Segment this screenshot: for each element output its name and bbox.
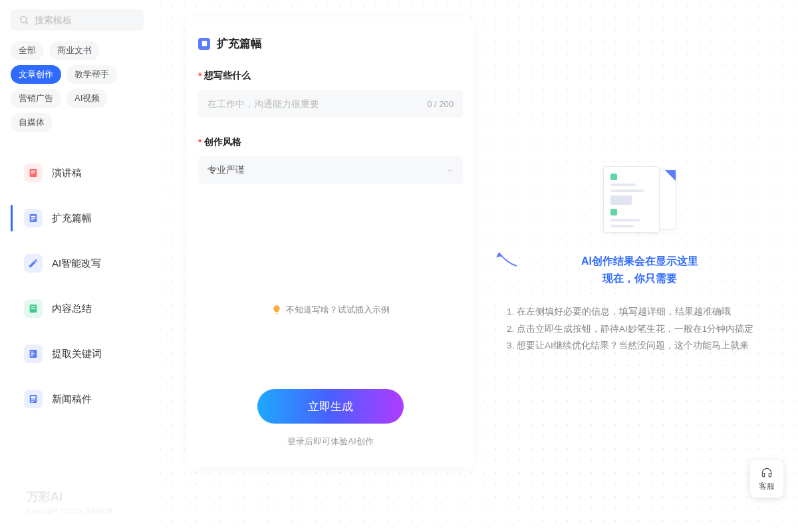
svg-rect-10 <box>31 307 36 307</box>
svg-rect-15 <box>31 355 33 356</box>
style-select[interactable]: 专业严谨 <box>198 156 463 184</box>
content-label: *想写些什么 <box>198 70 463 82</box>
svg-rect-4 <box>31 172 35 173</box>
form-panel: 扩充篇幅 *想写些什么 0 / 200 *创作风格 专业严谨 不知道写啥？试试插… <box>188 17 473 467</box>
result-placeholder: AI创作结果会在显示这里 现在，你只需要 1. 在左侧填好必要的信息，填写越详细… <box>500 166 779 354</box>
filter-tag-marketing[interactable]: 营销广告 <box>11 89 61 108</box>
svg-rect-6 <box>31 216 36 217</box>
chevron-down-icon <box>446 166 454 174</box>
keywords-icon <box>24 344 43 363</box>
svg-rect-14 <box>31 353 35 354</box>
result-step-3: 3. 想要让AI继续优化结果？当然没问题，这个功能马上就来 <box>507 337 779 354</box>
template-expand[interactable]: 扩充篇幅 <box>11 209 144 227</box>
pencil-icon <box>24 254 43 273</box>
svg-rect-18 <box>31 400 36 400</box>
result-step-2: 2. 点击立即生成按钮，静待AI妙笔生花，一般在1分钟内搞定 <box>507 321 779 338</box>
result-steps: 1. 在左侧填好必要的信息，填写越详细，结果越准确哦 2. 点击立即生成按钮，静… <box>500 303 779 354</box>
filter-tag-media[interactable]: 自媒体 <box>11 113 53 132</box>
expand-icon <box>24 209 43 227</box>
form-group-content: *想写些什么 0 / 200 <box>198 70 463 118</box>
filter-tag-article[interactable]: 文章创作 <box>11 65 61 84</box>
form-group-style: *创作风格 专业严谨 <box>198 136 463 184</box>
template-label: 内容总结 <box>52 303 92 315</box>
filter-tag-all[interactable]: 全部 <box>11 41 44 60</box>
svg-rect-11 <box>31 308 36 309</box>
footer-brand: 万彩AI Copyright ©2023 万彩信息 <box>27 489 113 516</box>
search-icon <box>19 15 29 25</box>
panel-title-icon <box>198 38 210 50</box>
panel-title: 扩充篇幅 <box>198 36 463 51</box>
filter-tags: 全部 商业文书 文章创作 教学帮手 营销广告 AI视频 自媒体 <box>11 41 144 132</box>
template-label: 提取关键词 <box>52 348 102 360</box>
generate-button[interactable]: 立即生成 <box>257 389 404 424</box>
style-label: *创作风格 <box>198 136 463 148</box>
svg-rect-3 <box>31 171 36 172</box>
result-step-1: 1. 在左侧填好必要的信息，填写越详细，结果越准确哦 <box>507 303 779 321</box>
template-summary[interactable]: 内容总结 <box>11 299 144 318</box>
svg-rect-17 <box>31 396 36 398</box>
template-speech[interactable]: 演讲稿 <box>11 164 144 182</box>
speech-icon <box>24 164 43 182</box>
svg-rect-20 <box>201 41 206 46</box>
result-title-2: 现在，你只需要 <box>500 270 779 287</box>
brand-text: 万彩AI <box>27 489 113 505</box>
content-input-wrap[interactable]: 0 / 200 <box>198 90 463 118</box>
svg-rect-19 <box>31 401 34 402</box>
hint-text: 不知道写啥？试试插入示例 <box>286 304 390 316</box>
template-label: 新闻稿件 <box>52 393 92 406</box>
svg-rect-8 <box>31 219 34 220</box>
template-label: AI智能改写 <box>52 257 101 270</box>
result-title-1: AI创作结果会在显示这里 <box>500 253 779 270</box>
template-rewrite[interactable]: AI智能改写 <box>11 254 144 273</box>
char-count: 0 / 200 <box>427 99 454 109</box>
template-keywords[interactable]: 提取关键词 <box>11 344 144 363</box>
template-label: 演讲稿 <box>52 167 82 180</box>
style-value: 专业严谨 <box>207 164 245 176</box>
customer-service-button[interactable]: 客服 <box>750 460 783 497</box>
lightbulb-icon <box>271 305 282 315</box>
search-input[interactable] <box>35 15 136 25</box>
headset-icon <box>760 466 773 479</box>
template-list: 演讲稿 扩充篇幅 AI智能改写 内容总结 提取关键词 新闻稿件 <box>11 164 144 408</box>
copyright-text: Copyright ©2023 万彩信息 <box>27 506 113 516</box>
search-box[interactable] <box>11 9 144 31</box>
arrow-icon <box>493 249 520 269</box>
summary-icon <box>24 299 43 318</box>
login-tip: 登录后即可体验AI创作 <box>198 436 463 448</box>
filter-tag-video[interactable]: AI视频 <box>66 89 108 108</box>
content-input[interactable] <box>207 98 392 109</box>
panel-title-text: 扩充篇幅 <box>217 36 262 51</box>
template-label: 扩充篇幅 <box>52 212 92 225</box>
service-label: 客服 <box>759 481 775 492</box>
main-area: 扩充篇幅 *想写些什么 0 / 200 *创作风格 专业严谨 不知道写啥？试试插… <box>154 0 798 532</box>
filter-tag-business[interactable]: 商业文书 <box>49 41 100 60</box>
svg-point-0 <box>21 17 27 23</box>
filter-tag-teaching[interactable]: 教学帮手 <box>66 65 117 84</box>
sidebar: 全部 商业文书 文章创作 教学帮手 营销广告 AI视频 自媒体 演讲稿 扩充篇幅… <box>0 0 154 532</box>
svg-rect-7 <box>31 217 36 218</box>
news-icon <box>24 390 43 408</box>
example-hint[interactable]: 不知道写啥？试试插入示例 <box>198 304 463 316</box>
svg-line-1 <box>26 22 28 24</box>
doc-illustration <box>597 166 683 239</box>
template-news[interactable]: 新闻稿件 <box>11 390 144 408</box>
svg-rect-13 <box>31 352 33 352</box>
